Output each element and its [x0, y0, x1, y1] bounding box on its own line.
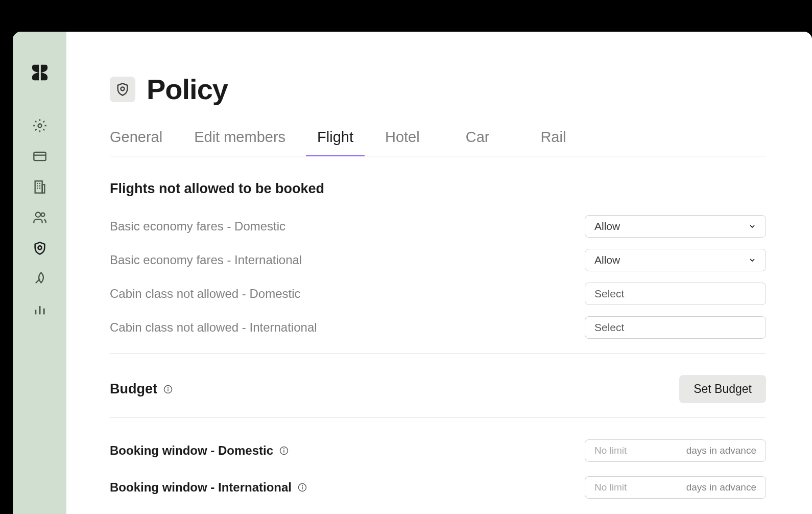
sidebar-sustainability[interactable]: [29, 268, 51, 290]
input-booking-international[interactable]: No limit days in advance: [585, 476, 766, 499]
tab-flight[interactable]: Flight: [317, 129, 353, 156]
label-basic-economy-international: Basic economy fares - International: [110, 253, 302, 267]
gear-icon: [33, 119, 47, 133]
input-placeholder: No limit: [594, 445, 627, 456]
select-basic-economy-international[interactable]: Allow: [585, 249, 766, 271]
label-cabin-class-domestic: Cabin class not allowed - Domestic: [110, 287, 301, 301]
info-icon[interactable]: [279, 446, 289, 455]
booking-domestic-text: Booking window - Domestic: [110, 443, 273, 458]
shield-icon: [115, 82, 130, 97]
row-booking-window-international: Booking window - International No limit …: [110, 476, 766, 499]
svg-rect-1: [34, 152, 45, 160]
tab-rail[interactable]: Rail: [540, 129, 566, 156]
section-title-not-allowed: Flights not allowed to be booked: [110, 181, 766, 197]
page-title: Policy: [147, 73, 228, 106]
sidebar: [13, 32, 66, 514]
row-booking-window-domestic: Booking window - Domestic No limit days …: [110, 439, 766, 462]
divider: [110, 417, 766, 418]
tab-bar: General Edit members Flight Hotel Car Ra…: [110, 129, 766, 156]
input-booking-domestic[interactable]: No limit days in advance: [585, 439, 766, 462]
row-basic-economy-domestic: Basic economy fares - Domestic Allow: [110, 215, 766, 238]
svg-rect-4: [42, 184, 44, 193]
svg-point-18: [121, 87, 125, 90]
divider: [110, 353, 766, 354]
select-value: Select: [594, 321, 624, 334]
main-content: Policy General Edit members Flight Hotel…: [66, 32, 812, 514]
flights-not-allowed-section: Flights not allowed to be booked Basic e…: [110, 181, 766, 339]
svg-point-12: [41, 213, 44, 217]
select-cabin-class-domestic[interactable]: Select: [585, 283, 766, 305]
building-icon: [33, 180, 47, 194]
label-booking-international: Booking window - International: [110, 480, 307, 495]
info-icon[interactable]: [298, 483, 307, 492]
svg-point-11: [35, 213, 40, 217]
set-budget-button[interactable]: Set Budget: [679, 375, 766, 403]
input-placeholder: No limit: [594, 482, 627, 493]
sidebar-company[interactable]: [29, 176, 51, 198]
select-value: Allow: [594, 220, 620, 232]
select-value: Allow: [594, 254, 620, 266]
input-suffix: days in advance: [686, 482, 756, 493]
chart-icon: [33, 302, 47, 317]
select-value: Select: [594, 288, 624, 300]
tab-edit-members[interactable]: Edit members: [194, 129, 285, 156]
row-cabin-class-international: Cabin class not allowed - International …: [110, 316, 766, 339]
sidebar-settings[interactable]: [29, 115, 51, 136]
butterfly-icon: [30, 63, 50, 82]
select-cabin-class-international[interactable]: Select: [585, 316, 766, 339]
svg-point-13: [38, 246, 41, 249]
app-logo[interactable]: [30, 62, 50, 83]
page-header: Policy: [110, 73, 766, 106]
sidebar-policy[interactable]: [29, 238, 51, 259]
tab-general[interactable]: General: [110, 129, 162, 156]
tab-car[interactable]: Car: [466, 129, 490, 156]
chevron-down-icon: [748, 222, 756, 230]
chevron-down-icon: [748, 256, 756, 264]
label-basic-economy-domestic: Basic economy fares - Domestic: [110, 219, 285, 233]
label-booking-domestic: Booking window - Domestic: [110, 443, 289, 458]
shield-icon: [33, 241, 47, 255]
select-basic-economy-domestic[interactable]: Allow: [585, 215, 766, 238]
svg-point-0: [38, 124, 41, 128]
svg-point-27: [302, 485, 303, 486]
svg-point-21: [168, 387, 169, 387]
svg-rect-3: [35, 181, 42, 193]
booking-international-text: Booking window - International: [110, 480, 292, 495]
page-icon-box: [110, 77, 135, 102]
row-basic-economy-international: Basic economy fares - International Allo…: [110, 249, 766, 271]
app-window: Policy General Edit members Flight Hotel…: [13, 32, 812, 514]
info-icon[interactable]: [163, 385, 173, 394]
sidebar-analytics[interactable]: [29, 299, 51, 320]
sidebar-users[interactable]: [29, 207, 51, 228]
section-title-budget: Budget: [110, 381, 173, 397]
sidebar-payment[interactable]: [29, 146, 51, 167]
budget-title-text: Budget: [110, 381, 157, 397]
input-suffix: days in advance: [686, 445, 756, 456]
tab-hotel[interactable]: Hotel: [385, 129, 420, 156]
budget-section: Budget Set Budget: [110, 375, 766, 403]
leaf-icon: [33, 272, 47, 286]
users-icon: [33, 211, 47, 225]
label-cabin-class-international: Cabin class not allowed - International: [110, 320, 317, 335]
row-cabin-class-domestic: Cabin class not allowed - Domestic Selec…: [110, 283, 766, 305]
credit-card-icon: [33, 149, 47, 163]
svg-point-24: [284, 449, 284, 449]
